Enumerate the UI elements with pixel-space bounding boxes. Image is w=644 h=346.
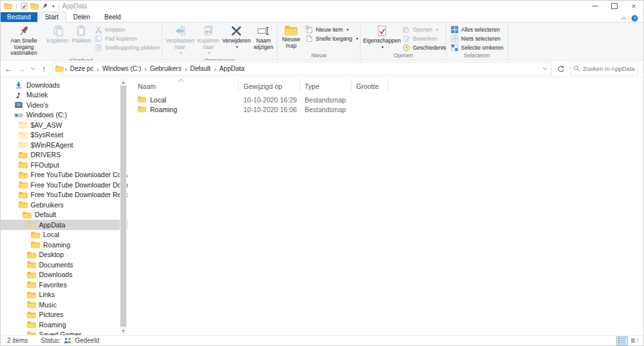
forward-button[interactable]: → — [17, 64, 27, 73]
breadcrumb-item[interactable]: Deze pc — [67, 65, 97, 72]
sidebar-item-downloads[interactable]: Downloads — [1, 270, 128, 280]
sidebar-item-music[interactable]: Music — [1, 300, 128, 310]
tab-beeld[interactable]: Beeld — [97, 12, 128, 22]
file-row-roaming[interactable]: Roaming10-10-2020 16:06Bestandsmap — [128, 104, 643, 114]
tab-delen[interactable]: Delen — [66, 12, 97, 22]
breadcrumb-item[interactable]: Default — [187, 65, 214, 72]
sidebar-item-muziek[interactable]: Muziek — [1, 90, 128, 101]
video-icon — [14, 101, 23, 109]
sidebar-item-free-youtube-downloader-downloaded[interactable]: Free YouTube Downloader Downloaded — [1, 180, 128, 190]
sidebar-item-label: $AV_ASW — [31, 121, 62, 129]
scroll-down-icon[interactable]: ▼ — [121, 327, 126, 334]
collapse-ribbon-icon[interactable] — [621, 17, 627, 20]
ribbon-group-selecteren: Alles selecteren Niets selecteren Select… — [446, 23, 508, 60]
edit-button[interactable]: Bewerken — [402, 34, 446, 43]
select-none-button[interactable]: Niets selecteren — [451, 34, 504, 43]
sidebar-item-default[interactable]: Default — [1, 210, 128, 220]
address-dropdown-icon[interactable] — [542, 67, 547, 70]
pin-to-quick-access-button[interactable]: Aan Snelle toegang vastmaken — [3, 24, 45, 57]
copy-button[interactable]: Kopiëren — [45, 24, 70, 45]
up-button[interactable]: ↑ — [39, 64, 49, 73]
select-all-button[interactable]: Alles selecteren — [451, 25, 504, 34]
move-to-button[interactable]: Verplaatsen naar▾ — [164, 24, 196, 57]
thumbnails-view-button[interactable] — [629, 336, 641, 345]
sidebar-item-windows-c[interactable]: Windows (C:) — [1, 110, 128, 120]
refresh-button[interactable] — [555, 65, 567, 73]
sidebar-item-ffoutput[interactable]: FFOutput — [1, 160, 128, 170]
pin-quick-icon[interactable] — [41, 3, 48, 10]
group-label-openen: Openen — [361, 52, 446, 60]
paste-shortcut-button[interactable]: Snelkoppeling plakken — [95, 43, 160, 52]
new-folder-quick-icon[interactable] — [30, 3, 39, 10]
sidebar-item-appdata[interactable]: AppData — [1, 220, 128, 230]
sidebar-item-roaming[interactable]: Roaming — [1, 240, 128, 250]
open-button[interactable]: Openen▾ — [402, 25, 446, 34]
sidebar-scrollbar[interactable]: ▲ ▼ — [120, 79, 127, 334]
button-label: Naam wijzigen — [253, 38, 274, 50]
column-header-type[interactable]: Type — [300, 79, 352, 91]
rename-button[interactable]: Naam wijzigen — [252, 24, 275, 51]
column-label: Naam — [138, 82, 156, 90]
sidebar-item-av-asw[interactable]: $AV_ASW — [1, 120, 128, 130]
sidebar-item-sysreset[interactable]: $SysReset — [1, 130, 128, 140]
scroll-up-icon[interactable]: ▲ — [121, 79, 126, 85]
minimize-button[interactable] — [585, 1, 605, 12]
close-button[interactable]: × — [624, 1, 643, 12]
scrollbar-thumb[interactable] — [120, 86, 126, 327]
sidebar-item-label: Links — [39, 291, 55, 298]
help-icon[interactable]: ? — [631, 15, 638, 22]
copy-path-button[interactable]: Pad kopiëren — [95, 34, 160, 43]
tab-bestand[interactable]: Bestand — [1, 12, 37, 22]
folder-icon — [23, 211, 32, 219]
invert-selection-button[interactable]: Selectie omkeren — [451, 43, 504, 52]
maximize-button[interactable] — [605, 1, 624, 12]
paste-button[interactable]: Plakken — [70, 24, 93, 45]
qat-dropdown-icon[interactable]: ▾ — [52, 4, 55, 9]
file-row-local[interactable]: Local10-10-2020 16:29Bestandsmap — [128, 95, 643, 104]
sidebar-item-pictures[interactable]: Pictures — [1, 310, 128, 320]
history-button[interactable]: Geschiedenis — [402, 43, 446, 52]
content-area: DownloadsMuziekVideo'sWindows (C:)$AV_AS… — [1, 77, 643, 335]
location-folder-icon — [55, 65, 64, 72]
sidebar-item-local[interactable]: Local — [1, 230, 128, 240]
sidebar-item-free-youtube-downloader-converted[interactable]: Free YouTube Downloader Converted — [1, 170, 128, 180]
new-item-button[interactable]: Nieuw item▾ — [305, 25, 358, 34]
sidebar-item-winreagent[interactable]: $WinREAgent — [1, 140, 128, 150]
sidebar-item-video-s[interactable]: Video's — [1, 100, 128, 110]
breadcrumb-item[interactable]: Gebruikers — [147, 65, 185, 72]
sidebar-item-roaming[interactable]: Roaming — [1, 320, 128, 330]
column-header-naam[interactable]: Naam — [128, 79, 239, 91]
group-label-nieuw: Nieuw — [278, 52, 360, 60]
recent-locations-icon[interactable] — [30, 67, 35, 70]
sidebar-item-documents[interactable]: Documents — [1, 260, 128, 270]
properties-button[interactable]: Eigenschappen▾ — [363, 24, 401, 51]
folder-icon — [31, 231, 40, 239]
details-view-button[interactable] — [616, 336, 628, 345]
breadcrumb-item[interactable]: AppData — [216, 65, 248, 72]
sidebar-item-label: Roaming — [43, 241, 70, 249]
delete-button[interactable]: Verwijderen▾ — [221, 24, 252, 51]
sidebar-item-downloads[interactable]: Downloads — [1, 80, 128, 90]
breadcrumb-item[interactable]: Windows (C:) — [99, 65, 144, 72]
column-header-grootte[interactable]: Grootte — [352, 79, 388, 91]
back-button[interactable]: ← — [3, 64, 14, 73]
tab-start[interactable]: Start — [37, 12, 66, 23]
cut-button[interactable]: Knippen — [95, 25, 160, 34]
sidebar-item-free-youtube-downloader-recorded[interactable]: Free YouTube Downloader Recorded — [1, 190, 128, 200]
column-header-gewijzigd-op[interactable]: Gewijzigd op — [239, 79, 300, 91]
search-input[interactable] — [583, 65, 635, 72]
properties-quick-icon[interactable] — [21, 3, 28, 10]
sidebar-item-saved-games[interactable]: Saved Games — [1, 330, 128, 336]
sidebar-item-favorites[interactable]: Favorites — [1, 280, 128, 290]
sidebar-item-links[interactable]: Links — [1, 290, 128, 300]
easy-access-button[interactable]: Snelle toegang▾ — [305, 34, 358, 43]
sidebar-item-drivers[interactable]: DRIVERS — [1, 150, 128, 160]
sidebar-item-gebruikers[interactable]: Gebruikers — [1, 200, 128, 210]
folder-faded-icon — [19, 121, 28, 129]
address-field[interactable]: ›Deze pc›Windows (C:)›Gebruikers›Default… — [52, 62, 552, 75]
new-folder-button[interactable]: Nieuwe map — [279, 24, 303, 50]
copy-to-button[interactable]: Kopiëren naar▾ — [196, 24, 221, 57]
ribbon-group-openen: Eigenschappen▾ Openen▾ Bewerken Geschied… — [361, 23, 446, 60]
sidebar-item-desktop[interactable]: Desktop — [1, 250, 128, 260]
search-box[interactable] — [570, 62, 638, 75]
